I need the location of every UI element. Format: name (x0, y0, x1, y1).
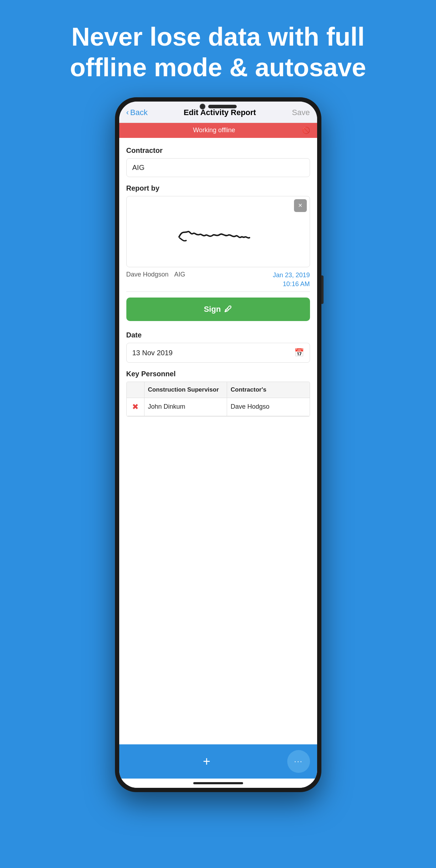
page-title: Edit Activity Report (184, 108, 256, 117)
calendar-icon: 📅 (294, 348, 304, 357)
signature-date: Jan 23, 2019 (273, 271, 310, 280)
signature-time: 10:16 AM (273, 280, 310, 289)
signature-datetime: Jan 23, 2019 10:16 AM (273, 271, 310, 289)
personnel-contractor-cell[interactable]: Dave Hodgso (227, 398, 310, 416)
speaker-notch (208, 105, 237, 108)
delete-row-icon[interactable]: ✖ (132, 402, 138, 412)
phone-notch (200, 104, 237, 109)
camera-notch (200, 104, 205, 109)
home-indicator (119, 779, 317, 788)
signature-box[interactable]: × (126, 196, 310, 267)
date-value: 13 Nov 2019 (132, 349, 173, 357)
more-dots-icon: ··· (294, 757, 303, 766)
headline-text: Never lose data with full offline mode &… (41, 0, 394, 97)
back-chevron-icon: ‹ (126, 108, 129, 117)
personnel-name-cell[interactable]: John Dinkum (145, 398, 227, 416)
save-button[interactable]: Save (292, 108, 310, 117)
signer-company: AIG (174, 271, 185, 278)
sign-button[interactable]: Sign 🖊 (126, 298, 310, 321)
date-input[interactable]: 13 Nov 2019 📅 (126, 343, 310, 363)
back-label: Back (130, 108, 148, 117)
table-row: ✖ John Dinkum Dave Hodgso (127, 398, 310, 416)
signature-drawing (172, 214, 264, 249)
contractor-input[interactable]: AIG (126, 158, 310, 177)
delete-cell[interactable]: ✖ (127, 398, 145, 416)
signer-info: Dave Hodgson AIG (126, 271, 185, 278)
phone-shell: ‹ Back Edit Activity Report Save Working… (115, 97, 321, 792)
sign-label: Sign (204, 305, 221, 314)
contractor-label: Contractor (126, 146, 310, 155)
divider (126, 291, 310, 292)
back-button[interactable]: ‹ Back (126, 108, 148, 117)
date-label: Date (126, 331, 310, 339)
key-personnel-label: Key Personnel (126, 370, 310, 378)
phone-device: ‹ Back Edit Activity Report Save Working… (115, 97, 321, 792)
signer-name: Dave Hodgson (126, 271, 169, 278)
add-plus-icon[interactable]: + (203, 754, 210, 769)
more-options-button[interactable]: ··· (287, 750, 310, 773)
offline-banner: Working offline 🚫 (119, 123, 317, 138)
signature-metadata: Dave Hodgson AIG Jan 23, 2019 10:16 AM (126, 271, 310, 289)
sign-person-icon: 🖊 (224, 305, 232, 314)
cloud-offline-icon: 🚫 (302, 126, 310, 134)
table-header-col1: Construction Supervisor (145, 382, 227, 398)
clear-signature-button[interactable]: × (294, 199, 307, 212)
home-bar (193, 782, 243, 784)
main-content: Contractor AIG Report by × (119, 138, 317, 744)
report-by-label: Report by (126, 184, 310, 192)
offline-text: Working offline (126, 126, 302, 134)
add-row-button[interactable]: + (126, 754, 287, 769)
date-section: Date 13 Nov 2019 📅 (126, 330, 310, 363)
bottom-action-bar: + ··· (119, 744, 317, 779)
phone-screen: ‹ Back Edit Activity Report Save Working… (119, 102, 317, 788)
personnel-table: Construction Supervisor Contractor's ✖ J… (126, 382, 310, 417)
table-header-action-col (127, 382, 145, 398)
table-header-col2: Contractor's (227, 382, 310, 398)
table-header: Construction Supervisor Contractor's (127, 382, 310, 398)
